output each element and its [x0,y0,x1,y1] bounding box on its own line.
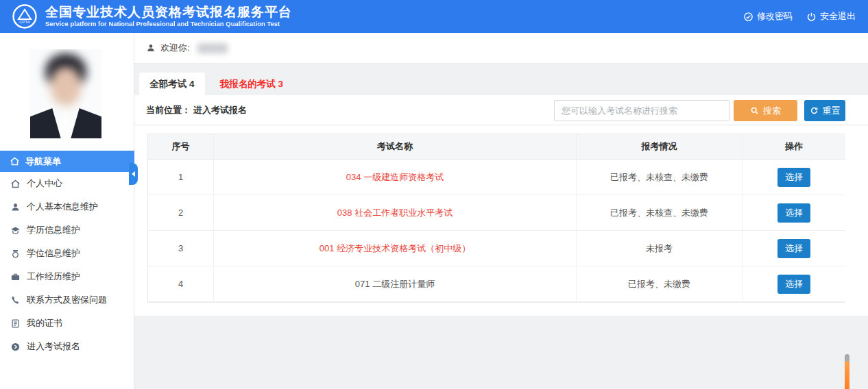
logout-label: 安全退出 [820,10,856,23]
sidebar-item-my-certificates[interactable]: 我的证书 [0,312,134,335]
breadcrumb-prefix: 当前位置： [146,104,191,116]
change-password-label: 修改密码 [757,10,793,23]
welcome-bar: 欢迎你: [134,33,868,64]
row-no: 2 [148,195,214,231]
welcome-username-redacted [197,43,228,53]
sidebar-item-enter-exam-registration[interactable]: 进入考试报名 [0,335,134,358]
app-header: CPTA 全国专业技术人员资格考试报名服务平台 Service platform… [0,0,868,33]
exam-status: 已报考、未缴费 [577,266,743,302]
row-no: 4 [148,266,214,302]
sidebar-item-label: 学历信息维护 [27,224,80,236]
avatar [30,49,101,138]
arrow-circle-icon [10,342,21,352]
breadcrumb-current: 进入考试报名 [193,104,247,116]
select-button[interactable]: 选择 [777,168,810,187]
exam-status: 未报考 [577,231,743,266]
column-header-action: 操作 [743,134,845,160]
sidebar-item-label: 联系方式及密保问题 [27,294,107,306]
sidebar-item-contact-security[interactable]: 联系方式及密保问题 [0,288,134,312]
row-no: 3 [148,231,214,266]
search-icon [750,106,759,115]
select-button[interactable]: 选择 [777,275,810,294]
user-icon [10,202,21,212]
search-input[interactable] [554,100,730,121]
sidebar-item-basic-info[interactable]: 个人基本信息维护 [0,195,134,218]
app-title: 全国专业技术人员资格考试报名服务平台 [45,5,292,20]
logout-link[interactable]: 安全退出 [806,10,856,23]
exam-list-panel: 序号 考试名称 报考情况 操作 1 034 一级建造师资格考试 已报考、未核查、… [134,125,868,316]
app-subtitle: Service platform for National Profession… [45,21,292,28]
refresh-icon [810,106,819,115]
sidebar-collapse-handle[interactable] [129,163,138,185]
sidebar-item-label: 进入考试报名 [27,340,80,353]
tab-my-registered-exams[interactable]: 我报名的考试 3 [205,73,298,95]
nav-header-label: 导航菜单 [25,155,61,168]
sidebar: 导航菜单 个人中心 个人基本信息维护 学历信息维护 [0,33,134,389]
welcome-label: 欢迎你: [160,42,190,54]
sidebar-item-degree-info[interactable]: 学位信息维护 [0,242,134,265]
svg-text:CPTA: CPTA [19,20,30,24]
column-header-status: 报考情况 [577,134,743,160]
breadcrumb: 当前位置： 进入考试报名 [146,95,247,125]
exam-name: 071 二级注册计量师 [214,266,577,302]
power-icon [806,12,817,22]
cpta-logo-icon: CPTA [12,4,37,29]
action-cell: 选择 [743,231,845,266]
person-icon [146,43,156,53]
tab-all-exams[interactable]: 全部考试 4 [139,73,205,95]
certificate-icon [10,318,21,329]
main-content: 欢迎你: 全部考试 4 我报名的考试 3 当前位置： 进入考试报名 搜索 重置 … [134,33,868,389]
home-icon [10,179,21,189]
search-button-label: 搜索 [763,105,781,117]
search-button[interactable]: 搜索 [734,100,797,121]
sidebar-item-work-history[interactable]: 工作经历维护 [0,265,134,288]
change-password-link[interactable]: 修改密码 [743,10,793,23]
sidebar-item-education-info[interactable]: 学历信息维护 [0,218,134,242]
phone-icon [10,295,21,305]
exam-name: 034 一级建造师资格考试 [214,160,577,195]
sidebar-item-label: 个人基本信息维护 [27,201,98,213]
graduation-cap-icon [10,225,21,236]
column-header-no: 序号 [148,134,214,160]
exam-status: 已报考、未核查、未缴费 [577,195,743,231]
briefcase-icon [10,272,21,282]
tab-strip: 全部考试 4 我报名的考试 3 [134,64,868,95]
chevron-left-icon [132,171,135,177]
sidebar-nav-list: 个人中心 个人基本信息维护 学历信息维护 学位信息维护 [0,172,134,358]
sidebar-item-nav-menu[interactable]: 导航菜单 [0,151,134,172]
exam-name: 038 社会工作者职业水平考试 [214,195,577,231]
breadcrumb-bar: 当前位置： 进入考试报名 搜索 重置 [134,95,868,125]
action-cell: 选择 [743,195,845,231]
sidebar-item-personal-center[interactable]: 个人中心 [0,172,134,195]
reset-button[interactable]: 重置 [804,100,845,121]
select-button[interactable]: 选择 [777,203,810,223]
select-button[interactable]: 选择 [777,239,810,258]
scrollbar-thumb[interactable] [845,361,849,389]
action-cell: 选择 [743,266,845,302]
sidebar-item-label: 个人中心 [27,177,62,190]
exam-table: 序号 考试名称 报考情况 操作 1 034 一级建造师资格考试 已报考、未核查、… [147,134,845,303]
reset-button-label: 重置 [823,105,841,117]
sidebar-item-label: 工作经历维护 [27,271,80,283]
degree-medal-icon [10,249,21,259]
exam-status: 已报考、未核查、未缴费 [577,160,743,195]
row-no: 1 [148,160,214,195]
sidebar-item-label: 我的证书 [27,317,62,329]
check-circle-icon [743,12,754,22]
home-icon [10,156,20,166]
column-header-exam-name: 考试名称 [214,134,577,160]
action-cell: 选择 [743,160,845,195]
exam-name: 001 经济专业技术资格考试（初中级） [214,231,577,266]
sidebar-item-label: 学位信息维护 [27,247,80,260]
